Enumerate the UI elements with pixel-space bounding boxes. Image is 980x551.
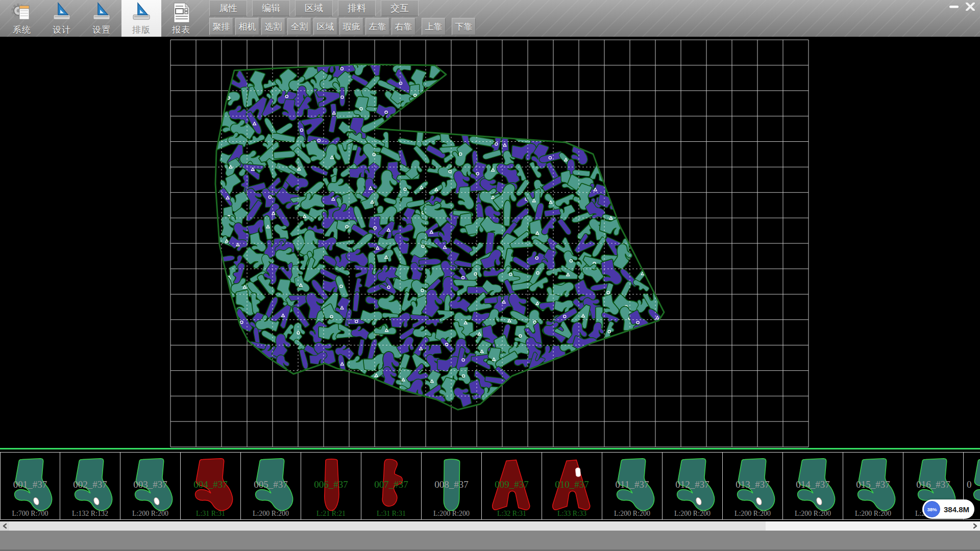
tool-button-align-left[interactable]: 左靠 xyxy=(365,18,389,35)
piece-lr-count: L:700 R:700 xyxy=(1,510,60,518)
chevron-left-icon xyxy=(3,523,7,529)
piece-thumbnail[interactable]: 012_#37L:200 R:200 xyxy=(663,452,723,520)
progress-circle: 38% xyxy=(924,501,940,517)
tool-button-row: 聚排 相机 选割 全割 区域 瑕疵 左靠 右靠 上靠 下靠 xyxy=(209,18,478,35)
piece-id: 008_#37 xyxy=(422,479,481,490)
nesting-drawing xyxy=(0,37,980,448)
piece-id: 006_#37 xyxy=(301,479,361,490)
piece-id: 012_#37 xyxy=(663,479,722,490)
piece-id: 013_#37 xyxy=(723,479,782,490)
tool-button-align-bottom[interactable]: 下靠 xyxy=(452,18,476,35)
piece-thumbnail[interactable]: 013_#37L:200 R:200 xyxy=(723,452,783,520)
piece-lr-count: L:200 R:200 xyxy=(783,510,843,518)
piece-thumbnail[interactable]: 004_#37L:31 R:31 xyxy=(181,452,241,520)
app-button-label: 排版 xyxy=(132,24,151,36)
status-bar xyxy=(0,531,980,551)
piece-lr-count: L:200 R:200 xyxy=(723,510,782,518)
memory-status: 38% 384.8M xyxy=(922,499,974,519)
piece-id: 011_#37 xyxy=(602,479,662,490)
piece-lr-count: L:200 R:200 xyxy=(241,510,301,518)
piece-id: 003_#37 xyxy=(120,479,180,490)
piece-thumbnail[interactable]: 014_#37L:200 R:200 xyxy=(783,452,843,520)
design-ruler-icon xyxy=(51,2,73,24)
tool-button-region[interactable]: 区域 xyxy=(313,18,337,35)
piece-thumbnail[interactable]: 005_#37L:200 R:200 xyxy=(241,452,301,520)
scroll-right-button[interactable] xyxy=(971,521,980,531)
tool-button-cluster-nest[interactable]: 聚排 xyxy=(209,18,233,35)
menu-tab-edit[interactable]: 编辑 xyxy=(252,0,290,16)
piece-thumbnail[interactable]: 008_#37L:200 R:200 xyxy=(422,452,482,520)
tool-button-cut-all[interactable]: 全割 xyxy=(287,18,311,35)
piece-lr-count: L:200 R:200 xyxy=(120,510,180,518)
menu-tab-row: 属性 编辑 区域 排料 交互 xyxy=(209,0,478,16)
menu-tab-region[interactable]: 区域 xyxy=(295,0,333,16)
piece-lr-count: L:200 R:200 xyxy=(663,510,722,518)
system-gear-icon xyxy=(11,2,33,24)
window-controls xyxy=(947,2,977,11)
menu-tab-interact[interactable]: 交互 xyxy=(381,0,419,16)
piece-thumbnail[interactable]: 002_#37L:132 R:132 xyxy=(60,452,120,520)
piece-lr-count: L:132 R:132 xyxy=(60,510,120,518)
piece-id: 009_#37 xyxy=(482,479,542,490)
close-icon xyxy=(966,3,975,11)
piece-id: 001_#37 xyxy=(1,479,60,490)
scroll-left-button[interactable] xyxy=(0,521,9,531)
app-button-label: 设置 xyxy=(92,24,111,36)
piece-id: 0 xyxy=(964,479,980,490)
piece-id: 016_#37 xyxy=(903,479,963,490)
chevron-right-icon xyxy=(973,523,977,529)
menu-area: 属性 编辑 区域 排料 交互 聚排 相机 选割 全割 区域 瑕疵 左靠 右靠 上… xyxy=(209,0,478,35)
app-icon-strip: 系统 设计 设置 xyxy=(2,0,201,37)
piece-lr-count: L:200 R:200 xyxy=(602,510,662,518)
piece-lr-count: L:33 R:33 xyxy=(542,510,602,518)
piece-id: 014_#37 xyxy=(783,479,843,490)
pieces-strip: 001_#37L:700 R:700002_#37L:132 R:132003_… xyxy=(0,448,980,521)
piece-lr-count: L:32 R:31 xyxy=(482,510,542,518)
tool-button-align-top[interactable]: 上靠 xyxy=(422,18,446,35)
tool-button-camera[interactable]: 相机 xyxy=(235,18,259,35)
tool-button-defect[interactable]: 瑕疵 xyxy=(339,18,363,35)
application-window: 系统 设计 设置 xyxy=(0,0,980,551)
piece-thumbnail[interactable]: 001_#37L:700 R:700 xyxy=(0,452,60,520)
piece-id: 015_#37 xyxy=(843,479,903,490)
piece-id: 005_#37 xyxy=(241,479,301,490)
tool-button-align-right[interactable]: 右靠 xyxy=(391,18,415,35)
piece-lr-count: L:31 R:31 xyxy=(181,510,240,518)
app-button-design[interactable]: 设计 xyxy=(42,0,82,37)
menu-tab-nesting[interactable]: 排料 xyxy=(338,0,376,16)
app-button-report[interactable]: 报表 xyxy=(161,0,201,37)
minimize-button[interactable] xyxy=(947,2,961,11)
piece-thumbnail[interactable]: 006_#37L:21 R:21 xyxy=(301,452,361,520)
settings-ruler-icon xyxy=(90,2,113,24)
close-button[interactable] xyxy=(964,2,977,11)
piece-thumbnail[interactable]: 011_#37L:200 R:200 xyxy=(602,452,663,520)
scrollbar-thumb[interactable] xyxy=(9,521,766,531)
piece-id: 004_#37 xyxy=(181,479,240,490)
nesting-canvas[interactable] xyxy=(0,37,980,448)
piece-id: 002_#37 xyxy=(60,479,120,490)
app-button-layout[interactable]: 排版 xyxy=(121,0,161,37)
piece-thumbnail[interactable]: 010_#37L:33 R:33 xyxy=(542,452,602,520)
piece-id: 010_#37 xyxy=(542,479,602,490)
piece-thumbnail[interactable]: 015_#37L:200 R:200 xyxy=(843,452,903,520)
piece-thumbnail[interactable]: 003_#37L:200 R:200 xyxy=(120,452,181,520)
piece-thumbnail[interactable]: 007_#37L:31 R:31 xyxy=(361,452,422,520)
piece-lr-count: L:200 R:200 xyxy=(422,510,481,518)
layout-ruler-icon xyxy=(130,2,153,24)
app-button-system[interactable]: 系统 xyxy=(2,0,42,37)
app-button-label: 系统 xyxy=(13,24,31,36)
report-doc-icon xyxy=(170,2,192,24)
app-button-settings[interactable]: 设置 xyxy=(82,0,121,37)
app-button-label: 设计 xyxy=(53,24,71,36)
piece-lr-count: L:21 R:21 xyxy=(301,510,361,518)
memory-value: 384.8M xyxy=(944,505,969,514)
tool-button-select-cut[interactable]: 选割 xyxy=(261,18,285,35)
piece-lr-count: L:31 R:31 xyxy=(361,510,421,518)
app-button-label: 报表 xyxy=(172,24,190,36)
piece-id: 007_#37 xyxy=(361,479,421,490)
piece-lr-count: L:200 R:200 xyxy=(843,510,903,518)
piece-thumbnail[interactable]: 009_#37L:32 R:31 xyxy=(482,452,542,520)
main-toolbar: 系统 设计 设置 xyxy=(0,0,980,37)
horizontal-scrollbar[interactable] xyxy=(0,521,980,531)
menu-tab-properties[interactable]: 属性 xyxy=(209,0,247,16)
